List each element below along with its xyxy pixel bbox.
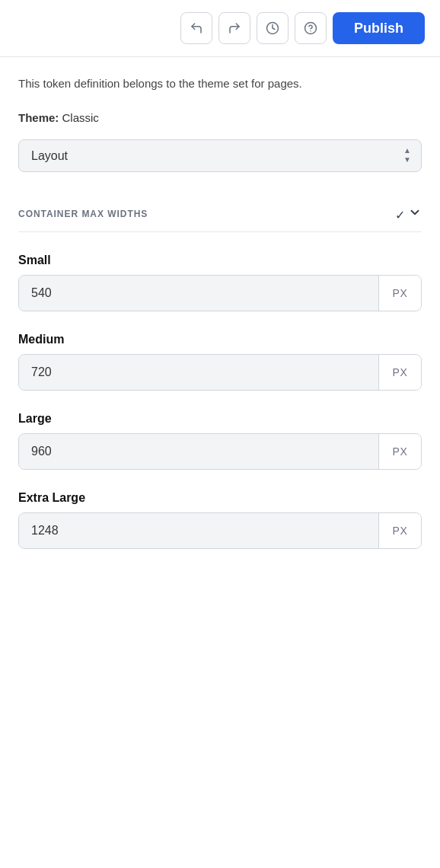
- field-label-3: Extra Large: [18, 491, 422, 505]
- toolbar: Publish: [0, 0, 440, 57]
- unit-label-0: PX: [378, 276, 421, 311]
- unit-label-1: PX: [378, 355, 421, 390]
- layout-select[interactable]: Layout Typography Colors Spacing: [18, 139, 422, 172]
- unit-label-3: PX: [378, 513, 421, 548]
- theme-label: Theme:: [18, 111, 59, 124]
- input-wrapper-2: PX: [18, 433, 422, 470]
- field-group-extra-large: Extra LargePX: [18, 491, 422, 549]
- field-label-0: Small: [18, 254, 422, 267]
- layout-select-wrapper: Layout Typography Colors Spacing ▲ ▼: [18, 139, 422, 172]
- number-input-2[interactable]: [19, 434, 378, 469]
- history-button[interactable]: [257, 12, 289, 44]
- field-label-2: Large: [18, 412, 422, 426]
- main-content: This token definition belongs to the the…: [0, 57, 440, 595]
- section-title: CONTAINER MAX WIDTHS: [18, 209, 148, 219]
- field-label-1: Medium: [18, 333, 422, 346]
- number-input-3[interactable]: [19, 513, 378, 548]
- number-input-1[interactable]: [19, 355, 378, 390]
- undo-button[interactable]: [180, 12, 212, 44]
- container-max-widths-section[interactable]: CONTAINER MAX WIDTHS ✓: [18, 196, 422, 232]
- fields-container: SmallPXMediumPXLargePXExtra LargePX: [18, 254, 422, 549]
- field-group-large: LargePX: [18, 412, 422, 470]
- redo-button[interactable]: [218, 12, 250, 44]
- publish-button[interactable]: Publish: [333, 12, 425, 44]
- input-wrapper-0: PX: [18, 275, 422, 311]
- chevron-down-icon: ✓: [395, 206, 422, 222]
- theme-row: Theme: Classic: [18, 111, 422, 124]
- unit-label-2: PX: [378, 434, 421, 469]
- field-group-small: SmallPX: [18, 254, 422, 311]
- number-input-0[interactable]: [19, 276, 378, 311]
- input-wrapper-1: PX: [18, 354, 422, 391]
- help-button[interactable]: [295, 12, 327, 44]
- field-group-medium: MediumPX: [18, 333, 422, 391]
- theme-value: Classic: [62, 111, 99, 124]
- input-wrapper-3: PX: [18, 512, 422, 549]
- description-text: This token definition belongs to the the…: [18, 75, 422, 93]
